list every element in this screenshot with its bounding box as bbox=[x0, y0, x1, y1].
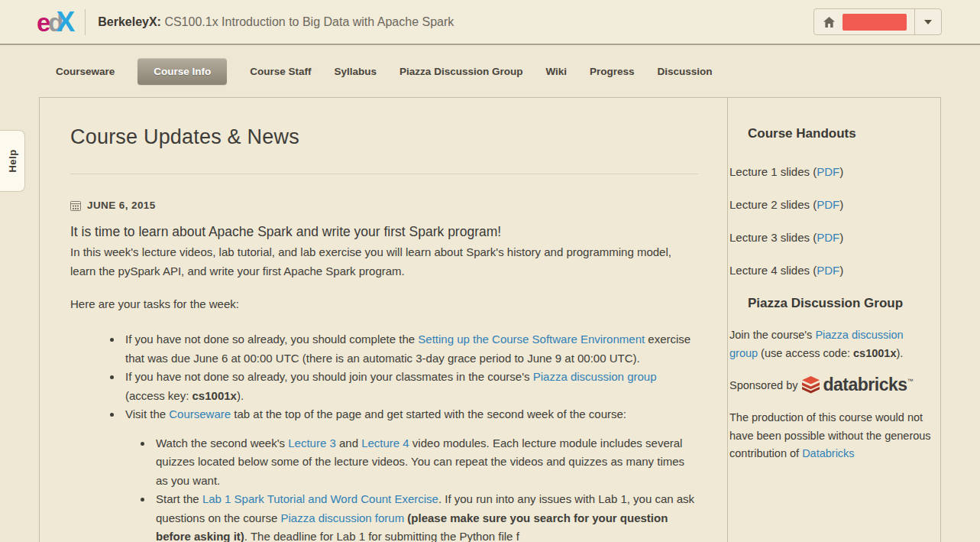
inline-link[interactable]: Piazza discussion group bbox=[533, 370, 657, 383]
inline-text: Join the course's bbox=[729, 329, 815, 341]
sponsored-row: Sponsored by databricks ™ bbox=[729, 375, 931, 395]
inline-text: . The deadline for Lab 1 for submitting … bbox=[244, 530, 519, 542]
home-icon[interactable] bbox=[814, 16, 843, 28]
handout-lecture-2: Lecture 2 slides (PDF) bbox=[729, 197, 931, 212]
databricks-trademark: ™ bbox=[907, 378, 914, 385]
inline-text: Watch the second week's bbox=[156, 437, 288, 450]
databricks-icon bbox=[801, 376, 820, 394]
inline-text: Lecture 3 slides ( bbox=[729, 231, 817, 244]
tasks-list: If you have not done so already, you sho… bbox=[70, 330, 698, 542]
subtasks-list: Watch the second week's Lecture 3 and Le… bbox=[125, 434, 698, 542]
edx-logo-x: X bbox=[57, 6, 74, 37]
inline-text: ) bbox=[839, 198, 843, 211]
inline-text: ) bbox=[839, 231, 843, 244]
sponsored-label: Sponsored by bbox=[729, 379, 797, 391]
inline-text: tab at the top of the page and get start… bbox=[231, 407, 626, 420]
databricks-logo: databricks ™ bbox=[801, 375, 913, 395]
piazza-section-title: Piazza Discussion Group bbox=[729, 296, 931, 311]
inline-text: cs1001x bbox=[853, 347, 896, 359]
inline-text: Start the bbox=[156, 492, 202, 505]
inline-text: (access key: bbox=[125, 389, 192, 402]
tab-courseware[interactable]: Courseware bbox=[56, 58, 115, 85]
inline-text: Lecture 1 slides ( bbox=[729, 165, 817, 178]
inline-text: ). bbox=[896, 347, 903, 359]
inline-text: If you have not done so already, you sho… bbox=[125, 370, 533, 383]
username-redacted bbox=[843, 14, 907, 31]
calendar-icon bbox=[70, 200, 81, 211]
tab-discussion[interactable]: Discussion bbox=[658, 58, 713, 85]
task-item-software-environment: If you have not done so already, you sho… bbox=[122, 330, 698, 368]
header-divider bbox=[85, 9, 86, 35]
chevron-down-icon bbox=[924, 20, 932, 24]
edx-logo-e: e bbox=[37, 8, 49, 37]
tasks-lead: Here are your tasks for the week: bbox=[70, 294, 698, 313]
inline-link[interactable]: Setting up the Course Software Environme… bbox=[418, 333, 645, 346]
inline-text: ). bbox=[237, 389, 244, 402]
top-header: edX BerkeleyX: CS100.1x Introduction to … bbox=[0, 0, 980, 45]
inline-text: Lecture 2 slides ( bbox=[729, 198, 817, 211]
handout-lecture-3: Lecture 3 slides (PDF) bbox=[729, 230, 931, 245]
user-menu[interactable] bbox=[813, 8, 942, 35]
tab-syllabus[interactable]: Syllabus bbox=[335, 58, 377, 85]
inline-link[interactable]: PDF bbox=[817, 165, 839, 178]
course-updates-main: Course Updates & News JUNE 6, 2015 It is… bbox=[70, 98, 698, 542]
subtask-item-start-lab1: Start the Lab 1 Spark Tutorial and Word … bbox=[153, 490, 698, 542]
page-title: Course Updates & News bbox=[70, 125, 698, 149]
edx-logo[interactable]: edX bbox=[37, 8, 73, 36]
inline-link[interactable]: Lab 1 Spark Tutorial and Word Count Exer… bbox=[202, 492, 438, 505]
tab-wiki[interactable]: Wiki bbox=[545, 58, 567, 85]
tab-course-staff[interactable]: Course Staff bbox=[250, 58, 311, 85]
inline-text: Visit the bbox=[125, 407, 169, 420]
inline-link[interactable]: PDF bbox=[817, 264, 839, 277]
inline-text: cs1001x bbox=[192, 389, 237, 402]
help-tab-label: Help bbox=[6, 149, 18, 172]
course-org-label: BerkeleyX: bbox=[98, 15, 161, 28]
user-menu-dropdown[interactable] bbox=[915, 20, 941, 24]
tab-piazza-discussion-group[interactable]: Piazza Discussion Group bbox=[399, 58, 522, 85]
task-item-visit-courseware: Visit the Courseware tab at the top of t… bbox=[122, 405, 698, 542]
post-intro: In this week's lecture videos, lab tutor… bbox=[70, 242, 698, 281]
help-tab[interactable]: Help bbox=[0, 130, 25, 192]
piazza-join-text: Join the course's Piazza discussion grou… bbox=[729, 326, 931, 362]
course-nav: Courseware Course Info Course Staff Syll… bbox=[56, 57, 980, 86]
course-name-label: CS100.1x Introduction to Big Data with A… bbox=[161, 15, 454, 28]
inline-text: and bbox=[336, 437, 361, 450]
inline-text: ) bbox=[839, 264, 843, 277]
handouts-list: Lecture 1 slides (PDF) Lecture 2 slides … bbox=[729, 164, 931, 277]
title-divider bbox=[70, 174, 698, 174]
content-container: Course Updates & News JUNE 6, 2015 It is… bbox=[39, 97, 941, 542]
subtask-item-watch-lectures: Watch the second week's Lecture 3 and Le… bbox=[153, 434, 698, 491]
inline-link[interactable]: Lecture 4 bbox=[361, 437, 409, 450]
inline-link[interactable]: Piazza discussion forum bbox=[280, 511, 404, 524]
course-sidebar: Course Handouts Lecture 1 slides (PDF) L… bbox=[727, 98, 940, 542]
inline-text: ) bbox=[839, 165, 843, 178]
inline-link[interactable]: Courseware bbox=[169, 407, 231, 420]
databricks-wordmark: databricks bbox=[823, 375, 907, 395]
inline-link[interactable]: PDF bbox=[817, 231, 839, 244]
handout-lecture-1: Lecture 1 slides (PDF) bbox=[729, 164, 931, 179]
post-headline: It is time to learn about Apache Spark a… bbox=[70, 224, 698, 240]
tab-course-info[interactable]: Course Info bbox=[137, 58, 227, 85]
production-credit-text: The production of this course would not … bbox=[729, 409, 931, 463]
tab-progress[interactable]: Progress bbox=[590, 58, 635, 85]
handout-lecture-4: Lecture 4 slides (PDF) bbox=[729, 263, 931, 277]
inline-text: (use access code: bbox=[758, 347, 853, 359]
task-item-join-piazza: If you have not done so already, you sho… bbox=[122, 368, 698, 405]
course-title: BerkeleyX: CS100.1x Introduction to Big … bbox=[98, 15, 454, 29]
post-date-row: JUNE 6, 2015 bbox=[70, 200, 698, 211]
inline-link[interactable]: Lecture 3 bbox=[288, 437, 336, 450]
inline-link[interactable]: Databricks bbox=[802, 447, 855, 459]
inline-text: If you have not done so already, you sho… bbox=[125, 333, 418, 346]
post-date: JUNE 6, 2015 bbox=[87, 200, 156, 211]
inline-text: Lecture 4 slides ( bbox=[729, 264, 817, 277]
handouts-title: Course Handouts bbox=[729, 98, 931, 141]
inline-link[interactable]: PDF bbox=[817, 198, 839, 211]
